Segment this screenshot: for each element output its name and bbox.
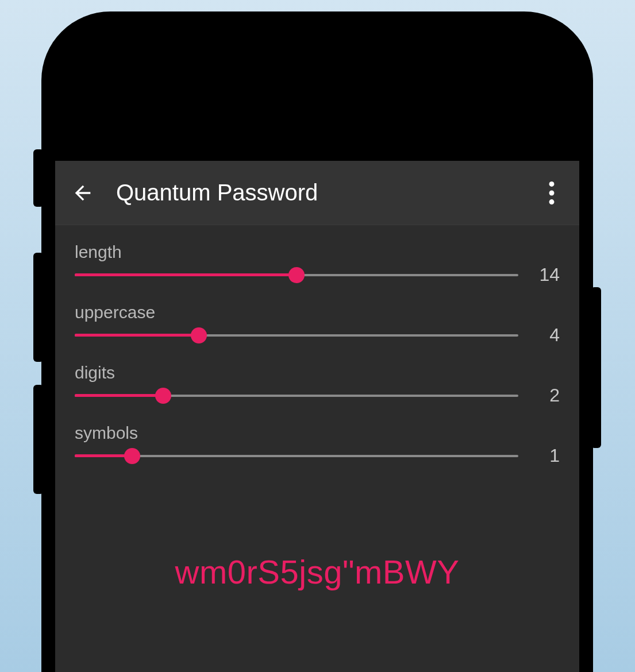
slider-thumb[interactable] bbox=[288, 267, 305, 283]
uppercase-slider[interactable] bbox=[75, 325, 518, 346]
app-bar: Quantum Password bbox=[55, 161, 579, 225]
svg-point-0 bbox=[549, 181, 555, 187]
slider-label: digits bbox=[75, 363, 560, 383]
arrow-back-icon bbox=[71, 181, 94, 204]
generated-password[interactable]: wm0rS5jsg"mBWY bbox=[75, 553, 560, 591]
slider-row-length: length 14 bbox=[75, 242, 560, 285]
slider-label: symbols bbox=[75, 423, 560, 443]
slider-value: 4 bbox=[532, 325, 560, 346]
phone-frame: Quantum Password length 14 bbox=[41, 11, 593, 672]
overflow-menu-button[interactable] bbox=[538, 176, 565, 210]
slider-value: 14 bbox=[532, 264, 560, 285]
back-button[interactable] bbox=[66, 176, 100, 210]
digits-slider[interactable] bbox=[75, 385, 518, 406]
symbols-slider[interactable] bbox=[75, 446, 518, 466]
slider-thumb[interactable] bbox=[155, 388, 171, 404]
slider-thumb[interactable] bbox=[191, 327, 207, 343]
slider-label: uppercase bbox=[75, 303, 560, 322]
slider-value: 1 bbox=[532, 445, 560, 466]
length-slider[interactable] bbox=[75, 265, 518, 285]
slider-thumb[interactable] bbox=[124, 448, 140, 464]
svg-point-2 bbox=[549, 199, 555, 204]
slider-row-uppercase: uppercase 4 bbox=[75, 303, 560, 346]
svg-point-1 bbox=[549, 190, 555, 195]
slider-value: 2 bbox=[532, 385, 560, 406]
more-vert-icon bbox=[549, 181, 555, 204]
app-screen: Quantum Password length 14 bbox=[55, 161, 579, 672]
slider-row-symbols: symbols 1 bbox=[75, 423, 560, 466]
app-title: Quantum Password bbox=[116, 180, 538, 206]
slider-label: length bbox=[75, 242, 560, 262]
content-area: length 14 uppercase bbox=[55, 225, 579, 672]
slider-row-digits: digits 2 bbox=[75, 363, 560, 406]
